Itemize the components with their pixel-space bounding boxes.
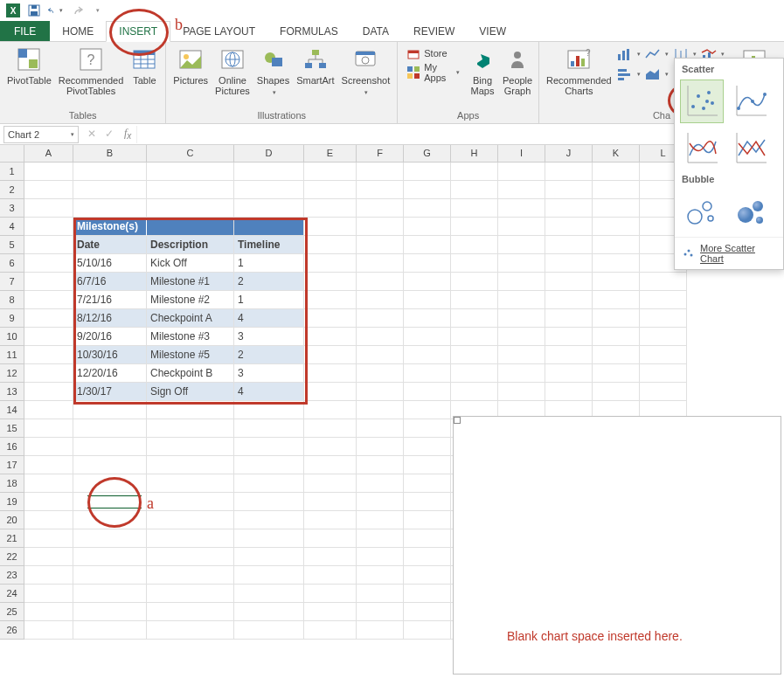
cell[interactable] (357, 181, 404, 199)
shapes-button[interactable]: Shapes▾ (253, 44, 293, 98)
col-header-I[interactable]: I (498, 145, 545, 163)
cell[interactable] (404, 419, 451, 438)
cell[interactable] (234, 401, 304, 419)
recommended-pivottables-button[interactable]: ? Recommended PivotTables (55, 44, 128, 98)
cell[interactable] (593, 328, 640, 346)
cell[interactable] (545, 199, 593, 218)
cell[interactable]: Milestone #1 (147, 273, 234, 291)
cell[interactable] (357, 566, 404, 585)
cell[interactable] (147, 199, 234, 218)
cell[interactable] (73, 199, 147, 218)
cell[interactable] (404, 291, 451, 309)
cell[interactable] (357, 199, 404, 218)
screenshot-button[interactable]: Screenshot▾ (338, 44, 394, 98)
row-header-22[interactable]: 22 (0, 548, 24, 566)
cell[interactable] (147, 548, 234, 566)
row-header-9[interactable]: 9 (0, 309, 24, 328)
cell[interactable] (234, 218, 304, 236)
cell[interactable] (304, 291, 357, 309)
cell[interactable] (357, 254, 404, 273)
tab-data[interactable]: DATA (350, 21, 401, 41)
column-headers[interactable]: ABCDEFGHIJKLMNO (24, 145, 784, 163)
cell[interactable] (147, 474, 234, 493)
cell[interactable] (640, 364, 687, 383)
cell[interactable]: Sign Off (147, 383, 234, 401)
cell[interactable] (593, 199, 640, 218)
cell[interactable] (24, 273, 73, 291)
more-scatter-charts-button[interactable]: More Scatter Chart (675, 237, 783, 266)
insert-area-chart-button[interactable]: ▾ (643, 66, 670, 83)
cell[interactable] (357, 163, 404, 181)
cell[interactable]: 6/7/16 (73, 273, 147, 291)
redo-icon[interactable] (68, 3, 84, 18)
row-header-15[interactable]: 15 (0, 419, 24, 438)
cell[interactable] (304, 529, 357, 548)
cell[interactable] (404, 309, 451, 328)
cell[interactable] (304, 566, 357, 585)
tab-review[interactable]: REVIEW (401, 21, 467, 41)
cell[interactable] (404, 328, 451, 346)
cell[interactable] (498, 309, 545, 328)
cell[interactable] (545, 383, 593, 401)
tab-formulas[interactable]: FORMULAS (267, 21, 350, 41)
tab-home[interactable]: HOME (50, 21, 106, 41)
cell[interactable] (357, 621, 404, 640)
scatter-smooth-lines-button[interactable] (680, 127, 724, 170)
cell[interactable] (451, 291, 498, 309)
cell[interactable] (24, 163, 73, 181)
cell[interactable] (451, 364, 498, 383)
cell[interactable]: Milestone(s) (73, 218, 147, 236)
cell[interactable] (234, 199, 304, 218)
row-headers[interactable]: 1234567891011121314151617181920212223242… (0, 163, 24, 640)
cell[interactable] (147, 163, 234, 181)
cell[interactable] (24, 199, 73, 218)
cell[interactable] (404, 621, 451, 640)
cell[interactable] (234, 456, 304, 474)
cell[interactable] (404, 181, 451, 199)
cell[interactable] (304, 346, 357, 364)
cell[interactable] (404, 529, 451, 548)
cell[interactable] (357, 585, 404, 603)
cell[interactable] (357, 218, 404, 236)
cell[interactable] (498, 364, 545, 383)
cell[interactable] (451, 309, 498, 328)
cell[interactable] (357, 383, 404, 401)
bubble-chart-button[interactable] (680, 190, 724, 233)
insert-column-chart-button[interactable]: ▾ (615, 45, 642, 63)
cell[interactable] (404, 493, 451, 511)
scatter-smooth-lines-markers-button[interactable] (729, 80, 773, 123)
cell[interactable] (404, 474, 451, 493)
cell[interactable] (147, 603, 234, 621)
cell[interactable] (73, 181, 147, 199)
cell[interactable] (593, 291, 640, 309)
cell[interactable] (304, 163, 357, 181)
cell[interactable] (24, 383, 73, 401)
cell[interactable] (147, 419, 234, 438)
cell[interactable] (451, 346, 498, 364)
cell[interactable] (451, 254, 498, 273)
cell[interactable] (234, 474, 304, 493)
cell[interactable] (234, 493, 304, 511)
row-header-13[interactable]: 13 (0, 383, 24, 401)
cell[interactable] (404, 364, 451, 383)
customize-qat-icon[interactable]: ▾ (89, 3, 105, 18)
cancel-icon[interactable]: ✕ (87, 128, 96, 140)
cell[interactable] (498, 199, 545, 218)
cell[interactable] (404, 585, 451, 603)
cell[interactable] (404, 218, 451, 236)
name-box[interactable]: Chart 2 ▾ (3, 126, 79, 143)
row-header-12[interactable]: 12 (0, 364, 24, 383)
cell[interactable] (640, 273, 687, 291)
tab-page-layout[interactable]: PAGE LAYOUT (170, 21, 267, 41)
cell[interactable] (498, 218, 545, 236)
cell[interactable]: 4 (234, 383, 304, 401)
cell[interactable] (234, 621, 304, 640)
cell[interactable] (640, 383, 687, 401)
cell[interactable] (304, 181, 357, 199)
cell[interactable] (304, 273, 357, 291)
cell[interactable]: Timeline (234, 236, 304, 254)
cell[interactable] (404, 603, 451, 621)
select-all-button[interactable] (0, 145, 24, 163)
cell[interactable] (147, 456, 234, 474)
tab-insert[interactable]: INSERT (106, 21, 170, 42)
